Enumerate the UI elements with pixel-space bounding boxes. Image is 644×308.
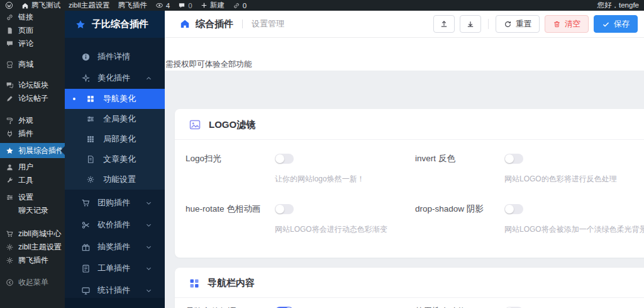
sliders-icon bbox=[5, 193, 14, 202]
chevron-up-icon bbox=[145, 75, 152, 82]
user-icon bbox=[5, 163, 14, 172]
field-description: 网站LOGO将会被添加一个淡绿色柔光背景 bbox=[504, 224, 644, 235]
check-icon bbox=[602, 20, 610, 28]
eye-icon bbox=[155, 1, 164, 9]
wrench-icon bbox=[5, 176, 14, 185]
star-icon bbox=[5, 146, 14, 155]
card-title: 导航栏内容 bbox=[208, 277, 255, 289]
sidebar-item-chat-log[interactable]: 聊天记录 bbox=[0, 204, 65, 217]
cart-icon bbox=[81, 198, 91, 208]
sidebar-item-users[interactable]: 用户 bbox=[0, 161, 65, 174]
plugin-menu-groupbuy[interactable]: 团购插件 bbox=[65, 195, 165, 211]
trash-icon bbox=[553, 20, 561, 28]
info-icon bbox=[81, 52, 91, 62]
plugin-menu-statistics[interactable]: 统计插件 bbox=[65, 282, 165, 299]
admin-bar-new[interactable]: 新建 bbox=[201, 1, 225, 10]
card-navbar-content: 导航栏内容 品牌宣传标语 禁用搜索功能 bbox=[175, 268, 644, 308]
pencil-icon bbox=[5, 94, 14, 103]
ticket-icon bbox=[81, 264, 91, 273]
plugin-menu-bargain[interactable]: 砍价插件 bbox=[65, 217, 165, 233]
admin-bar-plugin[interactable]: 腾飞插件 bbox=[118, 1, 147, 10]
brush-icon bbox=[5, 117, 14, 125]
collapse-icon bbox=[5, 278, 14, 287]
field-description: 网站LOGO的色彩将进行反色处理 bbox=[504, 174, 644, 185]
card-header: LOGO滤镜 bbox=[175, 109, 644, 139]
invert-toggle[interactable] bbox=[504, 154, 523, 164]
field-drop-shadow: drop-shadow 阴影 网站LOGO将会被添加一个淡绿色柔光背景 bbox=[415, 203, 644, 235]
link-icon bbox=[233, 2, 240, 9]
cart-icon bbox=[5, 230, 14, 239]
bullet-dot bbox=[73, 178, 75, 181]
submenu-item-function-settings[interactable]: 功能设置 bbox=[65, 169, 165, 190]
sidebar-item-comments[interactable]: 评论 bbox=[0, 37, 65, 50]
admin-bar-site[interactable]: 腾飞测试 bbox=[21, 1, 60, 10]
submenu-item-partial-beautify[interactable]: 局部美化 bbox=[65, 129, 165, 149]
card-logo-filter: LOGO滤镜 Logo扫光 让你的网站logo焕然一新！ invert 反色 bbox=[175, 109, 644, 258]
chevron-down-icon bbox=[145, 287, 152, 294]
sidebar-item-chuchen-plugin[interactable]: 初晨综合插件 bbox=[0, 143, 65, 158]
wordpress-logo-icon[interactable] bbox=[5, 1, 13, 9]
clear-button[interactable]: 清空 bbox=[545, 15, 589, 33]
chevron-down-icon bbox=[145, 222, 152, 229]
sidebar-item-tengfei-plugin[interactable]: 腾飞插件 bbox=[0, 254, 65, 267]
admin-bar-updates[interactable]: 0 bbox=[233, 2, 247, 9]
admin-bar-views[interactable]: 4 bbox=[155, 1, 170, 9]
comment-icon bbox=[178, 2, 186, 9]
sidebar-item-tools[interactable]: 工具 bbox=[0, 174, 65, 187]
sidebar-item-settings[interactable]: 设置 bbox=[0, 191, 65, 204]
plus-icon bbox=[201, 2, 208, 9]
plugin-menu-beautify[interactable]: 美化插件 bbox=[65, 71, 165, 86]
import-button[interactable] bbox=[460, 15, 481, 33]
blank-icon bbox=[5, 207, 14, 215]
admin-bar-theme-settings[interactable]: zibll主题设置 bbox=[69, 1, 110, 10]
plugin-submenu-beautify: 导航美化 全局美化 局部美化 文章美化 功能设置 bbox=[65, 89, 165, 190]
export-button[interactable] bbox=[433, 15, 455, 33]
main-header: 综合插件 设置管理 重置 清空 保存 bbox=[165, 11, 644, 38]
plugin-menu-lottery[interactable]: 抽奖插件 bbox=[65, 239, 165, 255]
grid-icon bbox=[189, 278, 200, 289]
sidebar-item-zibll-theme[interactable]: zibll主题设置 bbox=[0, 241, 65, 254]
sidebar-item-appearance[interactable]: 外观 bbox=[0, 114, 65, 127]
reset-button[interactable]: 重置 bbox=[496, 15, 540, 33]
hue-rotate-toggle[interactable] bbox=[275, 204, 294, 214]
submenu-item-article-beautify[interactable]: 文章美化 bbox=[65, 149, 165, 169]
sidebar-item-forum-sections[interactable]: 论坛版块 bbox=[0, 79, 65, 92]
sidebar-item-zibll-store[interactable]: zibll商城中心 bbox=[0, 227, 65, 241]
sidebar-item-store[interactable]: 商城 bbox=[0, 58, 65, 71]
header-buttons: 重置 清空 保存 bbox=[433, 15, 638, 33]
main-content: 综合插件 设置管理 重置 清空 保存 需授权即可体验全部 bbox=[165, 11, 644, 308]
sidebar-item-pages[interactable]: 页面 bbox=[0, 24, 65, 37]
field-label: hue-rotate 色相动画 bbox=[186, 203, 275, 215]
license-notice: 需授权即可体验全部功能 bbox=[165, 59, 252, 70]
field-label: Logo扫光 bbox=[186, 153, 275, 164]
comment-icon bbox=[5, 40, 14, 48]
plugin-menu-ticket[interactable]: 工单插件 bbox=[65, 260, 165, 277]
grid-icon bbox=[86, 94, 95, 103]
admin-bar-greeting[interactable]: 您好，tengfe bbox=[597, 1, 639, 10]
sidebar-item-collapse-menu[interactable]: 收起菜单 bbox=[0, 276, 65, 289]
star-icon bbox=[75, 20, 86, 30]
plugin-sidebar-footer bbox=[65, 298, 165, 308]
plugin-sidebar-title: 子比综合插件 bbox=[65, 11, 165, 38]
sliders-icon bbox=[86, 115, 95, 123]
breadcrumb-title: 综合插件 bbox=[196, 18, 233, 30]
logo-shine-toggle[interactable] bbox=[275, 154, 294, 164]
field-label: drop-shadow 阴影 bbox=[415, 203, 504, 215]
upload-icon bbox=[440, 20, 448, 28]
sidebar-item-forum-posts[interactable]: 论坛帖子 bbox=[0, 92, 65, 105]
save-button[interactable]: 保存 bbox=[594, 15, 638, 33]
link-icon bbox=[5, 13, 14, 22]
download-icon bbox=[466, 20, 475, 28]
sidebar-item-links[interactable]: 链接 bbox=[0, 11, 65, 24]
sidebar-item-plugins[interactable]: 插件 bbox=[0, 127, 65, 140]
image-icon bbox=[189, 118, 201, 131]
submenu-item-global-beautify[interactable]: 全局美化 bbox=[65, 109, 165, 129]
plugin-menu-detail[interactable]: 插件详情 bbox=[65, 49, 165, 64]
chevron-down-icon bbox=[145, 244, 152, 251]
gear-icon bbox=[5, 243, 14, 252]
breadcrumb-sub[interactable]: 设置管理 bbox=[252, 18, 284, 30]
submenu-item-nav-beautify[interactable]: 导航美化 bbox=[65, 89, 165, 109]
drop-shadow-toggle[interactable] bbox=[504, 204, 523, 214]
admin-bar-comments[interactable]: 0 bbox=[178, 2, 192, 9]
home-icon bbox=[180, 19, 190, 29]
